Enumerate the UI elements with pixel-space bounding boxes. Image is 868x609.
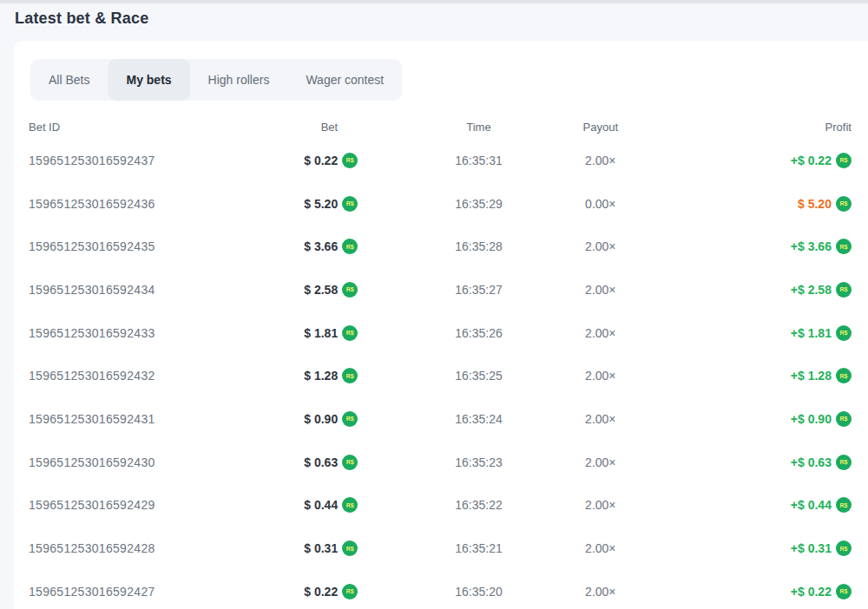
bet-cell: $ 1.28 R$: [234, 368, 358, 383]
profit-cell: +$ 2.58 R$: [662, 282, 852, 298]
brl-currency-coin-icon: R$: [836, 497, 852, 513]
time-cell: 16:35:20: [358, 585, 539, 599]
bet-id-cell: 159651253016592428: [29, 541, 234, 555]
bet-amount: $ 5.20: [304, 197, 338, 211]
brl-currency-coin-icon: R$: [836, 239, 852, 254]
brl-currency-coin-icon: R$: [342, 411, 358, 427]
table-row[interactable]: 159651253016592431 $ 0.90 R$ 16:35:24 2.…: [29, 397, 852, 441]
profit-amount: +$ 1.28: [791, 369, 832, 383]
bet-cell: $ 0.22 R$: [234, 584, 358, 599]
bet-cell: $ 5.20 R$: [234, 196, 358, 212]
profit-cell: +$ 0.31 R$: [662, 540, 852, 556]
profit-amount: +$ 0.31: [791, 541, 832, 555]
profit-cell: +$ 1.81 R$: [662, 325, 852, 341]
column-header-time: Time: [358, 121, 539, 134]
bet-id-cell: 159651253016592432: [29, 369, 234, 383]
brl-currency-coin-icon: R$: [836, 540, 852, 556]
brl-currency-coin-icon: R$: [836, 455, 852, 470]
payout-cell: 2.00×: [539, 283, 662, 297]
table-row[interactable]: 159651253016592432 $ 1.28 R$ 16:35:25 2.…: [29, 354, 852, 397]
brl-currency-coin-icon: R$: [836, 584, 852, 599]
bet-cell: $ 0.44 R$: [234, 497, 358, 513]
table-row[interactable]: 159651253016592430 $ 0.63 R$ 16:35:23 2.…: [29, 441, 852, 484]
brl-currency-coin-icon: R$: [836, 196, 852, 212]
column-header-profit: Profit: [662, 121, 852, 134]
table-row[interactable]: 159651253016592427 $ 0.22 R$ 16:35:20 2.…: [29, 570, 852, 609]
tab-my-bets[interactable]: My bets: [108, 59, 189, 101]
table-row[interactable]: 159651253016592436 $ 5.20 R$ 16:35:29 0.…: [29, 182, 852, 226]
tab-wager-contest[interactable]: Wager contest: [287, 59, 402, 101]
bet-amount: $ 3.66: [304, 239, 338, 253]
payout-cell: 2.00×: [539, 541, 662, 555]
bet-cell: $ 3.66 R$: [234, 239, 358, 254]
payout-cell: 2.00×: [539, 412, 662, 426]
brl-currency-coin-icon: R$: [342, 584, 358, 599]
payout-cell: 2.00×: [539, 239, 662, 253]
bets-table: Bet ID Bet Time Payout Profit 1596512530…: [29, 115, 852, 609]
payout-cell: 2.00×: [539, 369, 662, 383]
bet-cell: $ 0.31 R$: [234, 540, 358, 556]
brl-currency-coin-icon: R$: [342, 196, 358, 212]
profit-amount: +$ 3.66: [791, 239, 832, 253]
bet-amount: $ 0.22: [304, 154, 338, 167]
profit-amount: +$ 2.58: [791, 283, 832, 297]
table-header: Bet ID Bet Time Payout Profit: [29, 115, 852, 139]
bet-id-cell: 159651253016592429: [29, 498, 234, 512]
profit-cell: +$ 1.28 R$: [662, 368, 852, 383]
table-row[interactable]: 159651253016592434 $ 2.58 R$ 16:35:27 2.…: [29, 268, 852, 311]
bet-cell: $ 1.81 R$: [234, 325, 358, 341]
table-row[interactable]: 159651253016592429 $ 0.44 R$ 16:35:22 2.…: [29, 484, 852, 527]
tab-bar: All Bets My bets High rollers Wager cont…: [30, 59, 402, 101]
time-cell: 16:35:27: [358, 283, 539, 297]
brl-currency-coin-icon: R$: [836, 411, 852, 427]
table-rows: 159651253016592437 $ 0.22 R$ 16:35:31 2.…: [29, 139, 852, 609]
profit-amount: +$ 0.90: [791, 412, 832, 426]
profit-amount: +$ 0.44: [791, 498, 832, 512]
time-cell: 16:35:25: [358, 369, 539, 383]
brl-currency-coin-icon: R$: [342, 325, 358, 341]
bet-amount: $ 1.28: [304, 369, 338, 383]
time-cell: 16:35:26: [358, 326, 539, 340]
payout-cell: 0.00×: [539, 197, 662, 211]
bet-id-cell: 159651253016592436: [29, 197, 234, 211]
profit-cell: +$ 3.66 R$: [662, 239, 852, 254]
bet-amount: $ 0.90: [304, 412, 338, 426]
payout-cell: 2.00×: [539, 585, 662, 599]
tab-high-rollers[interactable]: High rollers: [190, 59, 288, 101]
bet-amount: $ 0.44: [304, 498, 338, 512]
time-cell: 16:35:31: [358, 154, 539, 167]
profit-amount: $ 5.20: [798, 197, 832, 211]
profit-cell: +$ 0.90 R$: [662, 411, 852, 427]
time-cell: 16:35:28: [358, 239, 539, 253]
tab-all-bets[interactable]: All Bets: [30, 59, 108, 101]
brl-currency-coin-icon: R$: [342, 282, 358, 298]
payout-cell: 2.00×: [539, 154, 662, 167]
page-title: Latest bet & Race: [15, 10, 148, 28]
profit-amount: +$ 1.81: [791, 326, 832, 340]
bet-cell: $ 2.58 R$: [234, 282, 358, 298]
top-divider: [0, 0, 868, 3]
bet-id-cell: 159651253016592433: [29, 326, 234, 340]
brl-currency-coin-icon: R$: [836, 153, 852, 168]
table-row[interactable]: 159651253016592437 $ 0.22 R$ 16:35:31 2.…: [29, 139, 852, 182]
brl-currency-coin-icon: R$: [836, 282, 852, 298]
table-row[interactable]: 159651253016592435 $ 3.66 R$ 16:35:28 2.…: [29, 225, 852, 268]
bet-cell: $ 0.63 R$: [234, 455, 358, 470]
bet-amount: $ 1.81: [304, 326, 338, 340]
profit-amount: +$ 0.63: [791, 455, 832, 469]
bet-id-cell: 159651253016592427: [29, 585, 234, 599]
column-header-bet: Bet: [234, 121, 358, 134]
brl-currency-coin-icon: R$: [342, 455, 358, 470]
table-row[interactable]: 159651253016592433 $ 1.81 R$ 16:35:26 2.…: [29, 311, 852, 355]
brl-currency-coin-icon: R$: [342, 497, 358, 513]
payout-cell: 2.00×: [539, 326, 662, 340]
brl-currency-coin-icon: R$: [836, 325, 852, 341]
table-row[interactable]: 159651253016592428 $ 0.31 R$ 16:35:21 2.…: [29, 527, 852, 570]
bet-id-cell: 159651253016592437: [29, 154, 234, 167]
bet-amount: $ 0.31: [304, 541, 338, 555]
bet-id-cell: 159651253016592430: [29, 455, 234, 469]
bet-amount: $ 2.58: [304, 283, 338, 297]
bet-id-cell: 159651253016592434: [29, 283, 234, 297]
profit-cell: +$ 0.22 R$: [662, 153, 852, 168]
latest-bets-card: All Bets My bets High rollers Wager cont…: [14, 41, 868, 609]
